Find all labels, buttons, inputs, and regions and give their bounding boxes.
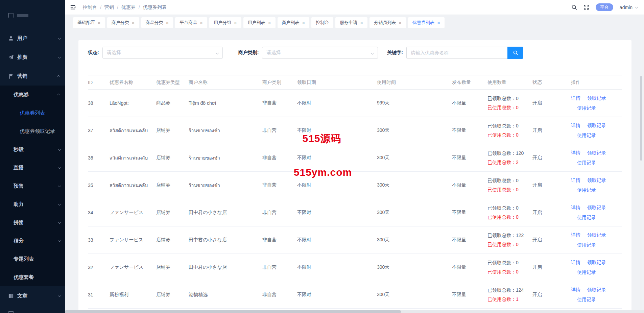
claim-records-link[interactable]: 领取记录	[587, 95, 606, 101]
close-icon[interactable]: ×	[437, 20, 440, 25]
cell-id: 35	[88, 172, 110, 199]
tab-item[interactable]: 服务申请×	[335, 17, 367, 28]
tab-item[interactable]: 基础配置×	[73, 17, 105, 28]
claim-records-link[interactable]: 领取记录	[587, 205, 606, 211]
search-icon[interactable]	[571, 4, 577, 10]
horizontal-scrollbar[interactable]	[65, 310, 644, 313]
detail-link[interactable]: 详情	[571, 95, 580, 101]
column-header: 优惠券名称	[110, 75, 156, 90]
used-total-text: 已使用总数：0	[487, 269, 532, 275]
sidebar-item[interactable]: 优惠套餐	[0, 268, 65, 286]
sidebar-item[interactable]: 拼团	[0, 213, 65, 232]
platform-badge: 平台	[596, 3, 613, 11]
tab-item[interactable]: 商品分类×	[141, 17, 173, 28]
close-icon[interactable]: ×	[132, 20, 135, 25]
cell-merchant-type: 非自营	[262, 254, 297, 281]
close-icon[interactable]: ×	[302, 20, 305, 25]
chevron-down-icon	[58, 202, 61, 206]
detail-link[interactable]: 详情	[571, 232, 580, 238]
detail-link[interactable]: 详情	[571, 205, 580, 211]
tab-label: 控制台	[316, 20, 329, 26]
cell-claim-date: 不限时	[297, 254, 377, 281]
claim-records-link[interactable]: 领取记录	[587, 287, 606, 293]
claimed-total-text: 已领取总数：0	[487, 205, 532, 211]
keyword-input[interactable]	[406, 47, 507, 59]
sidebar-item[interactable]: 专题列表	[0, 250, 65, 268]
detail-link[interactable]: 详情	[571, 150, 580, 156]
claim-records-link[interactable]: 领取记录	[587, 232, 606, 238]
sidebar-item[interactable]: 文章	[0, 286, 65, 305]
sidebar-item[interactable]: 助力	[0, 195, 65, 213]
sidebar-item[interactable]: 优惠券列表	[0, 104, 65, 122]
close-icon[interactable]: ×	[399, 20, 402, 25]
sidebar-item[interactable]: 用户	[0, 29, 65, 48]
sidebar-item[interactable]: 秒殺	[0, 140, 65, 159]
close-icon[interactable]: ×	[360, 20, 363, 25]
use-records-link[interactable]: 使用记录	[577, 160, 596, 165]
sidebar-item[interactable]: 营销	[0, 67, 65, 86]
watermark-line2: 515ym.com	[294, 167, 352, 178]
detail-link[interactable]: 详情	[571, 287, 580, 293]
merchant-type-select-placeholder: 请选择	[266, 50, 281, 56]
use-records-link[interactable]: 使用记录	[577, 133, 596, 138]
close-icon[interactable]: ×	[166, 20, 169, 25]
table-header-row: ID优惠券名称优惠券类型商户名称商户类别领取日期使用时间发布数量使用数量状态操作	[88, 75, 622, 90]
tab-item[interactable]: 商户分类×	[107, 17, 139, 28]
detail-link[interactable]: 详情	[571, 177, 580, 184]
status-filter-label: 状态:	[88, 50, 99, 56]
claim-records-link[interactable]: 领取记录	[587, 177, 606, 184]
tab-item[interactable]: 用户列表×	[243, 17, 276, 28]
status-select[interactable]: 请选择	[102, 47, 223, 59]
breadcrumb-item[interactable]: 控制台	[83, 4, 97, 10]
use-records-link[interactable]: 使用记录	[577, 269, 596, 275]
sidebar-item[interactable]: 直播	[0, 159, 65, 177]
cell-usage: 已领取总数：0已使用总数：0	[487, 199, 532, 226]
sidebar-item[interactable]: 预售	[0, 177, 65, 195]
sidebar-item[interactable]: 積分	[0, 232, 65, 250]
tab-active[interactable]: 优惠券列表×	[408, 17, 445, 28]
used-total-text: 已使用总数：0	[487, 187, 532, 193]
action-line: 详情领取记录	[571, 177, 622, 184]
sidebar-item[interactable]: 优惠券领取记录	[0, 122, 65, 140]
close-icon[interactable]: ×	[98, 20, 101, 25]
detail-link[interactable]: 详情	[571, 260, 580, 266]
action-line: 详情领取记录	[571, 260, 622, 266]
breadcrumb-separator: /	[139, 5, 140, 10]
use-records-link[interactable]: 使用记录	[577, 215, 596, 220]
sidebar-item[interactable]: 推廣	[0, 48, 65, 67]
vertical-scrollbar[interactable]	[640, 76, 642, 309]
column-header: 商户类别	[262, 75, 297, 90]
tab-item[interactable]: 商户列表×	[278, 17, 310, 28]
merchant-type-select[interactable]: 请选择	[262, 47, 378, 59]
claim-records-link[interactable]: 领取记录	[587, 123, 606, 129]
close-icon[interactable]: ×	[268, 20, 271, 25]
fullscreen-icon[interactable]	[583, 4, 589, 10]
cell-use-time: 300天	[377, 172, 452, 199]
vertical-scrollbar-thumb[interactable]	[640, 76, 642, 161]
use-records-link[interactable]: 使用记录	[577, 297, 596, 302]
close-icon[interactable]: ×	[200, 20, 203, 25]
cell-coupon-type: 店铺券	[156, 254, 189, 281]
cell-coupon-name: สวัสดีการแฟนคลับ	[110, 117, 156, 144]
sidebar-item[interactable]: 优惠券	[0, 86, 65, 104]
detail-link[interactable]: 详情	[571, 123, 580, 129]
tab-item[interactable]: 用户分组×	[209, 17, 241, 28]
claim-records-link[interactable]: 领取记录	[587, 150, 606, 156]
cell-coupon-name: ファンサービス	[110, 199, 156, 226]
breadcrumb-item[interactable]: 优惠券	[121, 4, 136, 10]
tab-item[interactable]: 平台商品×	[175, 17, 207, 28]
menu-fold-icon[interactable]	[68, 3, 78, 12]
close-icon[interactable]: ×	[234, 20, 237, 25]
use-records-link[interactable]: 使用记录	[577, 187, 596, 193]
claim-records-link[interactable]: 领取记录	[587, 260, 606, 266]
horizontal-scrollbar-thumb[interactable]	[65, 310, 401, 313]
sidebar-item-label: 助力	[14, 201, 24, 208]
tab-item[interactable]: 分销员列表×	[369, 17, 406, 28]
search-button[interactable]	[507, 47, 523, 59]
use-records-link[interactable]: 使用记录	[577, 105, 596, 111]
breadcrumb-item[interactable]: 营销	[104, 4, 114, 10]
cell-coupon-name: ファンサービス	[110, 254, 156, 281]
tab-item[interactable]: 控制台	[311, 17, 333, 28]
user-dropdown[interactable]: admin	[620, 5, 637, 10]
use-records-link[interactable]: 使用记录	[577, 242, 596, 247]
